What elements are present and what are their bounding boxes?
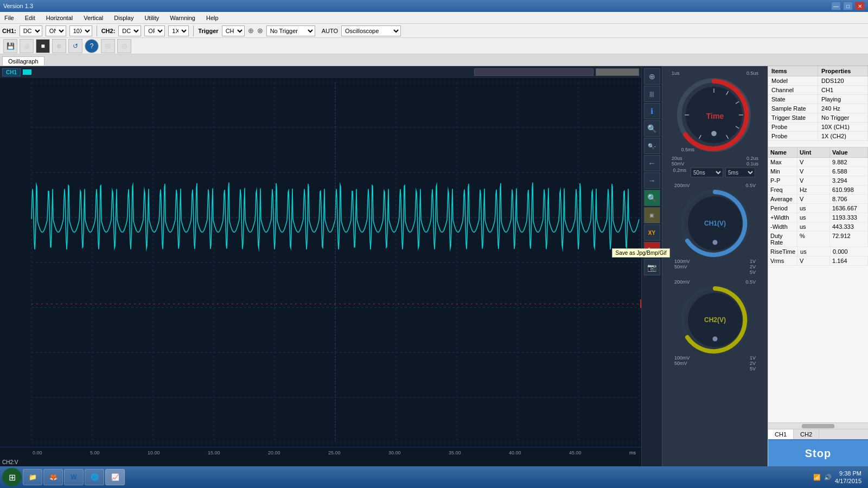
menu-warning[interactable]: Warnning xyxy=(168,14,197,22)
meas-pwidth-name: +Width xyxy=(768,213,797,222)
props-samplerate-label: Sample Rate xyxy=(768,104,818,113)
meas-risetime-value: 0.000 xyxy=(831,247,868,256)
ch2-5v: 5V xyxy=(750,366,756,371)
ch1-on-select[interactable]: ON xyxy=(46,25,66,36)
taskbar-scope[interactable]: 📈 xyxy=(105,469,125,485)
props-tab-ch1[interactable]: CH1 xyxy=(768,429,794,439)
meas-spacer xyxy=(768,266,868,422)
taskbar-word[interactable]: W xyxy=(64,469,84,485)
toolbar2: 💾 🖨 ■ ⏺ ↺ ? ⊞ ⊟ xyxy=(0,38,868,54)
refresh-button[interactable]: ↺ xyxy=(68,39,82,53)
grid-button1[interactable]: ⊞ xyxy=(101,39,115,53)
meas-period-unit: us xyxy=(797,204,830,213)
trigger-mode-select[interactable]: No Trigger xyxy=(266,25,315,36)
save-button[interactable]: 💾 xyxy=(3,39,17,53)
info-btn[interactable]: ℹ xyxy=(644,103,660,119)
trigger-icon1[interactable]: ⊕ xyxy=(248,27,254,35)
menu-edit[interactable]: Edit xyxy=(23,14,37,22)
taskbar-explorer[interactable]: 📁 xyxy=(23,469,42,485)
scope-select[interactable]: Oscilloscope xyxy=(341,25,401,36)
main-area: CH1 20.0008.000 15.0006.000 10.0004.000 … xyxy=(0,66,868,466)
zoom-out-btn[interactable]: 🔍- xyxy=(644,138,660,154)
start-button[interactable]: ⊞ xyxy=(2,468,22,486)
black-button[interactable]: ■ xyxy=(36,39,50,53)
meas-pp-name: P-P xyxy=(768,176,797,185)
trigger-ch-select[interactable]: CH1 xyxy=(222,25,245,36)
record-button[interactable]: ⏺ xyxy=(52,39,66,53)
x-35: 35.00 xyxy=(449,450,461,455)
time-select2[interactable]: 5ms xyxy=(725,168,755,177)
props-row-channel: Channel CH1 xyxy=(768,86,868,95)
sys-tray: 📶 🔊 9:38 PM 4/17/2015 xyxy=(809,470,866,485)
x-axis-row: 0.00 5.00 10.00 15.00 20.00 25.00 30.00 … xyxy=(0,447,641,458)
meas-risetime: RiseTime us 0.000 xyxy=(768,247,868,256)
meas-nwidth-value: 443.333 xyxy=(830,222,868,231)
time-knob-label: Time xyxy=(706,112,724,120)
ch2-knob-label: CH2(V) xyxy=(704,316,726,324)
tab-osillagraph[interactable]: Osillagraph xyxy=(2,56,44,66)
meas-min-name: Min xyxy=(768,167,797,176)
menu-utility[interactable]: Utility xyxy=(142,14,161,22)
measure-btn[interactable]: ||| xyxy=(644,86,660,102)
ch2-100mv: 100mV xyxy=(674,355,690,361)
menu-vertical[interactable]: Vertical xyxy=(81,14,105,22)
color-btn[interactable]: ▣ xyxy=(644,207,660,223)
toolbar1: CH1: DC ON 10X CH2: DC OFF 1X Trigger CH… xyxy=(0,24,868,38)
meas-min: Min V 6.588 xyxy=(768,167,868,176)
stop-button[interactable]: Stop xyxy=(768,439,868,466)
trigger-label: Trigger xyxy=(198,28,218,34)
knobs-panel: 1us 0.5us xyxy=(662,66,768,466)
svg-point-13 xyxy=(713,240,718,245)
fwd-btn[interactable]: → xyxy=(644,172,660,189)
taskbar-firefox[interactable]: 🦊 xyxy=(43,469,63,485)
menu-file[interactable]: File xyxy=(2,14,16,22)
cursor-btn[interactable]: ⊕ xyxy=(644,68,660,85)
meas-period: Period us 1636.667 xyxy=(768,204,868,213)
scrollbar-thumb[interactable] xyxy=(802,424,834,428)
props-row-model: Model DDS120 xyxy=(768,76,868,86)
time-05us: 0.5us xyxy=(746,70,758,76)
right-toolbar: ⊕ ||| ℹ 🔍 🔍- ← → 🔍 ▣ XY 2→ 📷 Save as Jpg… xyxy=(641,66,662,466)
close-button[interactable]: ✕ xyxy=(855,2,865,10)
meas-min-value: 6.588 xyxy=(830,167,868,176)
help-button[interactable]: ? xyxy=(85,39,99,53)
meas-freq: Freq Hz 610.998 xyxy=(768,185,868,195)
ch2-probe-select[interactable]: 1X xyxy=(168,25,189,36)
trigger-icon2[interactable]: ⊗ xyxy=(257,27,263,35)
ch2-on-select[interactable]: OFF xyxy=(144,25,165,36)
menu-help[interactable]: Help xyxy=(204,14,221,22)
props-tab-ch2[interactable]: CH2 xyxy=(794,429,819,439)
back-btn[interactable]: ← xyxy=(644,155,660,171)
zoom-fit-btn[interactable]: 🔍 xyxy=(644,190,660,206)
screenshot-btn[interactable]: 📷 Save as Jpg/Bmp/Gif xyxy=(644,259,660,275)
time-05ms: 0.5ms xyxy=(681,147,695,152)
meas-duty-name: Duty Rate xyxy=(768,232,797,247)
time-select1[interactable]: 50ns xyxy=(691,168,723,177)
time-50mv: 50mV xyxy=(672,161,685,166)
zoom-in-btn[interactable]: 🔍 xyxy=(644,120,660,137)
ch1-100mv: 100mV xyxy=(674,259,690,264)
ch1-probe-select[interactable]: 10X xyxy=(69,25,92,36)
grid-button2[interactable]: ⊟ xyxy=(117,39,131,53)
menu-horizontal[interactable]: Horizontal xyxy=(44,14,75,22)
titlebar-controls: — □ ✕ xyxy=(831,2,865,10)
props-col-items: Items xyxy=(768,66,818,76)
taskbar-chrome[interactable]: 🌐 xyxy=(85,469,104,485)
minimize-button[interactable]: — xyxy=(831,2,841,10)
ch2v-label: CH2:V xyxy=(2,459,18,465)
meas-duty: Duty Rate % 72.912 xyxy=(768,232,868,247)
meas-freq-value: 610.998 xyxy=(830,185,868,194)
ch2-arrow-btn[interactable]: 2→ xyxy=(644,242,660,258)
titlebar-title: Version 1.3 xyxy=(3,3,33,9)
time-02ms: 0.2ms xyxy=(673,168,687,177)
props-scrollbar[interactable] xyxy=(768,422,868,429)
ch2-200mv: 200mV xyxy=(674,279,690,285)
print-button[interactable]: 🖨 xyxy=(20,39,34,53)
ch1-coupling-select[interactable]: DC xyxy=(20,25,42,36)
meas-risetime-name: RiseTime xyxy=(768,247,798,256)
maximize-button[interactable]: □ xyxy=(843,2,853,10)
xy-btn[interactable]: XY xyxy=(644,224,660,241)
svg-point-16 xyxy=(713,337,718,342)
menu-display[interactable]: Display xyxy=(112,14,136,22)
ch2-coupling-select[interactable]: DC xyxy=(118,25,141,36)
